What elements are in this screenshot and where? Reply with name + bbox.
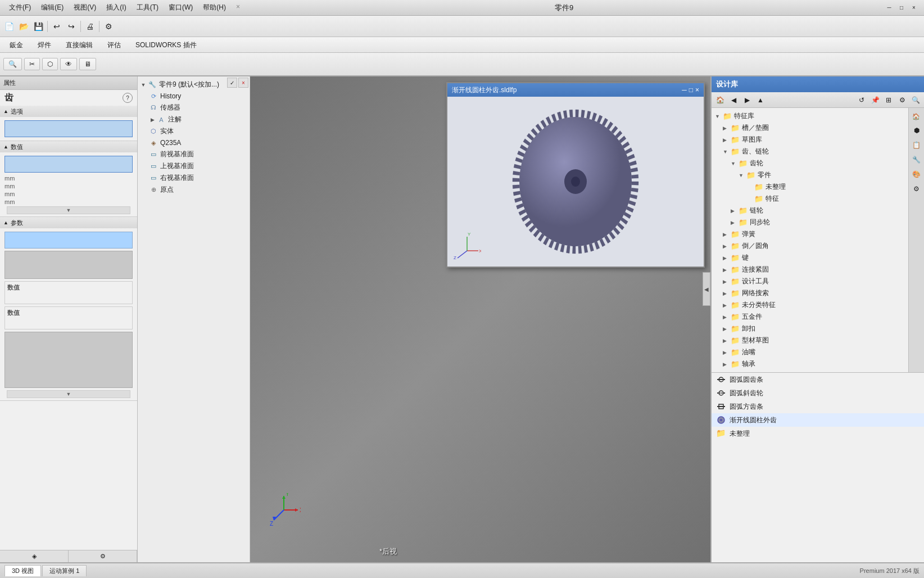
menu-insert[interactable]: 插入(I) <box>102 2 130 13</box>
menu-window[interactable]: 窗口(W) <box>164 2 197 13</box>
rt-refresh-icon[interactable]: ↺ <box>855 94 868 106</box>
tree-item-solid[interactable]: ⬡ 实体 <box>138 125 250 137</box>
preview-maximize-btn[interactable]: □ <box>689 86 693 94</box>
rt-search-icon[interactable]: 🔍 <box>909 94 922 106</box>
side-icon-2[interactable]: ⬢ <box>911 124 923 137</box>
side-icon-6[interactable]: ⚙ <box>911 183 923 195</box>
rtree-item-bearing[interactable]: ▶ 📁 轴承 <box>712 358 908 370</box>
rtree-item-unsorted[interactable]: ▶ 📁 未整理 <box>712 181 908 193</box>
section-header-3[interactable]: ▲ 参数 <box>0 217 137 228</box>
rtree-item-hardware[interactable]: ▶ 📁 五金件 <box>712 311 908 323</box>
maximize-button[interactable]: □ <box>896 3 907 13</box>
rtree-item-spring[interactable]: ▶ 📁 弹簧 <box>712 228 908 240</box>
status-tab-motion[interactable]: 运动算例 1 <box>42 565 87 576</box>
rtree-item-net-search[interactable]: ▶ 📁 网络搜索 <box>712 287 908 299</box>
help-button[interactable]: ? <box>123 93 133 103</box>
rtree-item-gear-chain[interactable]: ▼ 📁 齿、链轮 <box>712 146 908 157</box>
rtree-item-chain-gear[interactable]: ▶ 📁 链轮 <box>712 205 908 216</box>
redo-icon[interactable]: ↪ <box>65 20 78 33</box>
options-icon[interactable]: ⚙ <box>102 20 115 33</box>
rtree-item-slot[interactable]: ▶ 📁 槽／垫圈 <box>712 122 908 134</box>
rtree-item-feature[interactable]: ▶ 📁 特征 <box>712 193 908 205</box>
menu-view[interactable]: 视图(V) <box>69 2 101 13</box>
scroll-down-btn-2[interactable]: ▼ <box>7 390 130 398</box>
new-icon[interactable]: 📄 <box>2 20 16 33</box>
side-icon-4[interactable]: 🔧 <box>911 153 923 166</box>
rtree-item-design-tools[interactable]: ▶ 📁 设计工具 <box>712 276 908 287</box>
feature-tree-check-icon[interactable]: ✓ <box>227 78 237 88</box>
rtree-item-gear[interactable]: ▼ 📁 齿轮 <box>712 157 908 169</box>
rtree-item-connection[interactable]: ▶ 📁 连接紧固 <box>712 264 908 276</box>
ribbon-btn-1[interactable]: 🔍 <box>3 58 22 70</box>
list-item-arc-helix-gear[interactable]: 圆弧斜齿轮 <box>712 386 924 400</box>
feature-tree-close-icon[interactable]: × <box>238 78 248 88</box>
param-list-1[interactable] <box>4 251 133 279</box>
tree-item-annotation[interactable]: ▶ A 注解 <box>138 114 250 125</box>
print-icon[interactable]: 🖨 <box>83 20 97 33</box>
rt-settings-icon[interactable]: ⚙ <box>896 94 908 106</box>
ribbon-btn-3[interactable]: ⬡ <box>42 58 58 70</box>
param-list-2[interactable] <box>4 332 133 388</box>
list-item-arc-circle-rack[interactable]: 圆弧圆齿条 <box>712 373 924 386</box>
minimize-button[interactable]: ─ <box>884 3 895 13</box>
rt-back-icon[interactable]: ◀ <box>727 94 740 106</box>
param-value-input-1[interactable] <box>6 292 131 302</box>
undo-icon[interactable]: ↩ <box>50 20 64 33</box>
section-header-2[interactable]: ▲ 数值 <box>0 141 137 152</box>
left-tab-2[interactable]: ⚙ <box>69 550 137 562</box>
value-input-1[interactable] <box>4 156 133 173</box>
rtree-item-uncat-feature[interactable]: ▶ 📁 未分类特征 <box>712 299 908 311</box>
annotation-expand-icon[interactable]: ▶ <box>149 116 156 123</box>
save-icon[interactable]: 💾 <box>31 20 45 33</box>
tab-evaluate[interactable]: 评估 <box>100 38 128 52</box>
preview-close-btn[interactable]: × <box>695 86 699 94</box>
rtree-item-sketch-lib[interactable]: ▶ 📁 草图库 <box>712 134 908 146</box>
rtree-item-grease[interactable]: ▶ 📁 油嘴 <box>712 346 908 358</box>
param-value-input-2[interactable] <box>6 318 131 328</box>
side-icon-3[interactable]: 📋 <box>911 139 923 151</box>
status-tab-3dview[interactable]: 3D 视图 <box>4 565 41 576</box>
tree-item-right-plane[interactable]: ▭ 右视基准面 <box>138 172 250 184</box>
ribbon-btn-5[interactable]: 🖥 <box>79 58 96 70</box>
scroll-down-btn-1[interactable]: ▼ <box>7 206 130 214</box>
rt-forward-icon[interactable]: ▶ <box>741 94 753 106</box>
param-input-1[interactable] <box>4 232 133 249</box>
left-tab-1[interactable]: ◈ <box>0 550 69 562</box>
side-icon-1[interactable]: 🏠 <box>911 110 923 122</box>
rtree-item-profile[interactable]: ▶ 📁 型材草图 <box>712 335 908 346</box>
menu-file[interactable]: 文件(F) <box>4 2 35 13</box>
tree-expand-icon[interactable]: ▼ <box>140 82 147 88</box>
rtree-item-key[interactable]: ▶ 📁 键 <box>712 252 908 264</box>
rtree-item-chamfer[interactable]: ▶ 📁 倒／圆角 <box>712 240 908 252</box>
rt-view-icon[interactable]: ⊞ <box>882 94 895 106</box>
menu-edit[interactable]: 编辑(E) <box>37 2 68 13</box>
rtree-item-shackle[interactable]: ▶ 📁 卸扣 <box>712 323 908 335</box>
tab-direct-edit[interactable]: 直接编辑 <box>58 38 100 52</box>
tab-solidworks-addins[interactable]: SOLIDWORKS 插件 <box>128 38 204 52</box>
tree-item-top-plane[interactable]: ▭ 上视基准面 <box>138 160 250 172</box>
open-icon[interactable]: 📂 <box>17 20 30 33</box>
ribbon-btn-2[interactable]: ✂ <box>24 58 40 70</box>
rt-pin-icon[interactable]: 📌 <box>869 94 881 106</box>
rt-home-icon[interactable]: 🏠 <box>714 94 726 106</box>
list-item-unsorted-bottom[interactable]: 📁 未整理 <box>712 427 924 440</box>
tab-sheet-metal[interactable]: 鈑金 <box>2 38 30 52</box>
close-button[interactable]: × <box>908 3 920 13</box>
tree-item-origin[interactable]: ⊕ 原点 <box>138 184 250 196</box>
ribbon-btn-4[interactable]: 👁 <box>60 58 77 70</box>
menu-tools[interactable]: 工具(T) <box>132 2 163 13</box>
tree-item-material[interactable]: ◈ Q235A <box>138 137 250 148</box>
side-icon-5[interactable]: 🎨 <box>911 168 923 180</box>
menu-help[interactable]: 帮助(H) <box>198 2 230 13</box>
tree-item-front-plane[interactable]: ▭ 前视基准面 <box>138 148 250 160</box>
option-input-1[interactable] <box>4 120 133 137</box>
preview-minimize-btn[interactable]: ─ <box>682 86 687 94</box>
rt-up-icon[interactable]: ▲ <box>754 94 767 106</box>
tree-item-sensor[interactable]: ☊ 传感器 <box>138 102 250 114</box>
rtree-item-sync-gear[interactable]: ▶ 📁 同步轮 <box>712 216 908 228</box>
tree-item-history[interactable]: ⟳ History <box>138 91 250 102</box>
section-header-1[interactable]: ▲ 选项 <box>0 106 137 117</box>
tab-weldment[interactable]: 焊件 <box>30 38 58 52</box>
rtree-item-feature-lib[interactable]: ▼ 📁 特征库 <box>712 110 908 122</box>
rtree-item-parts[interactable]: ▼ 📁 零件 <box>712 169 908 181</box>
